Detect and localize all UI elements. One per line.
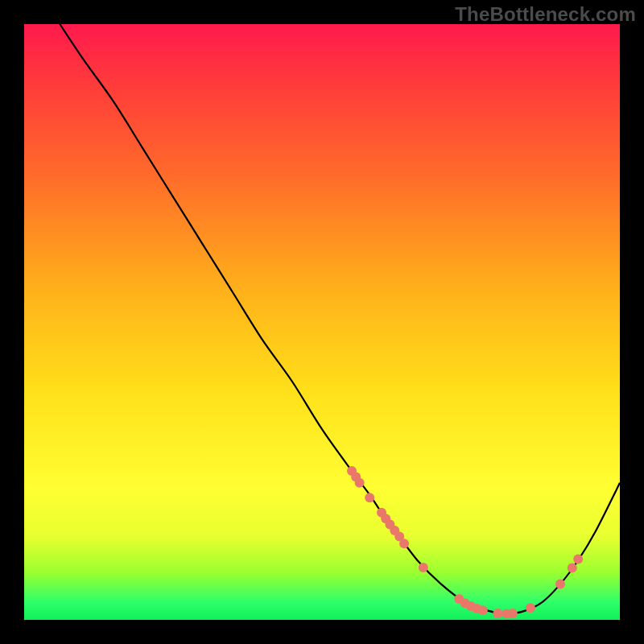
curve-marker [419, 563, 428, 572]
curve-marker [493, 609, 502, 618]
bottleneck-curve [60, 24, 620, 614]
curve-marker [573, 555, 583, 564]
watermark-text: TheBottleneck.com [455, 3, 636, 26]
curve-marker [399, 539, 409, 548]
curve-marker [555, 580, 565, 589]
curve-marker [365, 493, 374, 502]
curve-marker [478, 605, 488, 615]
curve-marker [526, 603, 535, 613]
curve-marker [508, 609, 518, 618]
curve-marker [568, 564, 577, 573]
curve-marker [355, 478, 365, 488]
plot-area [24, 24, 620, 620]
chart-svg [24, 24, 620, 620]
curve-markers [347, 466, 583, 619]
